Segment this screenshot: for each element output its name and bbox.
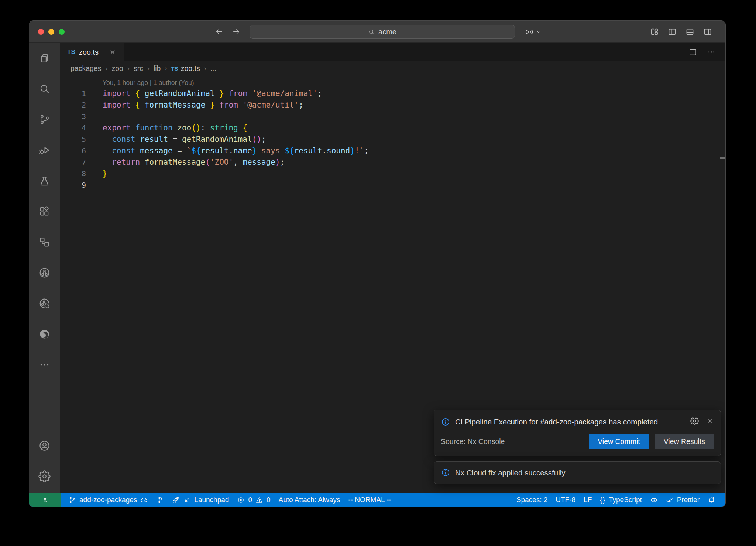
notification-toast-ci-pipeline: CI Pipeline Execution for #add-zoo-packa…	[434, 410, 721, 456]
titlebar: acme	[29, 21, 725, 43]
activity-run-debug-icon[interactable]	[29, 135, 60, 165]
tab-close-icon[interactable]	[109, 48, 116, 56]
more-actions-icon[interactable]	[707, 48, 716, 57]
activity-testing-beaker-icon[interactable]	[29, 165, 60, 196]
error-circle-icon	[237, 496, 245, 504]
status-label: Launchpad	[194, 496, 229, 504]
status-formatter[interactable]: Prettier	[662, 493, 704, 507]
breadcrumb-item-ellipsis[interactable]: ...	[210, 64, 216, 73]
code-line-1[interactable]: 1import { getRandomAnimal } from '@acme/…	[60, 88, 725, 99]
remote-indicator[interactable]	[29, 493, 61, 507]
code-line-4[interactable]: 4export function zoo(): string {	[60, 122, 725, 134]
breadcrumb-separator: ›	[147, 65, 150, 72]
code-text: }	[103, 168, 725, 180]
status-git-branch[interactable]: add-zoo-packages	[64, 493, 152, 507]
activity-bar	[29, 43, 60, 493]
activity-gear-icon[interactable]	[29, 461, 60, 492]
toggle-panel-icon[interactable]	[685, 27, 694, 36]
code-line-5[interactable]: 5 const result = getRandomAnimal();	[60, 134, 725, 145]
notification-toast-nx-cloud: Nx Cloud fix applied successfully	[434, 461, 721, 484]
activity-source-control-icon[interactable]	[29, 104, 60, 135]
code-line-6[interactable]: 6 const message = `${result.name} says $…	[60, 145, 725, 157]
activity-search-icon[interactable]	[29, 74, 60, 104]
status-vim-mode[interactable]: -- NORMAL --	[344, 493, 395, 507]
breadcrumb-item-lib[interactable]: lib	[154, 64, 161, 73]
double-check-icon	[666, 496, 674, 504]
activity-files-icon[interactable]	[29, 43, 60, 74]
activity-more-ellipsis-icon[interactable]	[29, 349, 60, 380]
activity-edge-browser-icon[interactable]	[29, 319, 60, 349]
split-editor-icon[interactable]	[688, 48, 697, 57]
breadcrumb-item-zoo[interactable]: zoo	[111, 64, 123, 73]
status-problems[interactable]: 00	[233, 493, 274, 507]
view-commit-button[interactable]: View Commit	[589, 434, 649, 449]
tab-label: zoo.ts	[79, 48, 99, 57]
status-nx-launchpad[interactable]: Launchpad	[168, 493, 233, 507]
info-icon	[441, 417, 450, 427]
cloud-upload-icon	[140, 496, 148, 504]
view-results-button[interactable]: View Results	[655, 434, 714, 449]
breadcrumb-item-src[interactable]: src	[134, 64, 143, 73]
plug-icon	[183, 496, 191, 504]
breadcrumb: packages›zoo›src›lib›TSzoo.ts›...	[60, 61, 725, 75]
typescript-file-icon: TS	[67, 48, 75, 56]
activity-nx-console-icon[interactable]	[29, 257, 60, 288]
tab-zoo-ts[interactable]: TS zoo.ts	[60, 43, 124, 61]
status-label: Prettier	[677, 496, 700, 504]
git-blame-annotation: You, 1 hour ago | 1 author (You)	[60, 78, 725, 88]
status-indentation[interactable]: Spaces: 2	[512, 493, 552, 507]
code-text: export function zoo(): string {	[103, 122, 725, 134]
activity-remote-explorer-icon[interactable]	[29, 227, 60, 257]
git-branch-icon	[68, 496, 76, 504]
command-center-search[interactable]: acme	[250, 25, 515, 39]
status-label: {}	[600, 496, 605, 504]
zoom-window-button[interactable]	[59, 29, 65, 35]
status-source-control-graph[interactable]	[152, 493, 168, 507]
chevron-down-icon	[536, 29, 542, 35]
code-text: const result = getRandomAnimal();	[103, 134, 725, 145]
line-number: 6	[60, 145, 103, 157]
notification-center: CI Pipeline Execution for #add-zoo-packa…	[434, 410, 721, 484]
code-text: import { getRandomAnimal } from '@acme/a…	[103, 88, 725, 99]
info-icon	[441, 468, 450, 477]
commit-graph-icon	[156, 496, 164, 504]
status-copilot[interactable]	[646, 493, 662, 507]
status-eol[interactable]: LF	[580, 493, 596, 507]
minimize-window-button[interactable]	[48, 29, 54, 35]
activity-account-icon[interactable]	[29, 430, 60, 461]
code-line-2[interactable]: 2import { formatMessage } from '@acme/ut…	[60, 99, 725, 111]
code-line-3[interactable]: 3	[60, 111, 725, 122]
forward-icon[interactable]	[232, 27, 241, 36]
typescript-file-icon: TS	[171, 65, 178, 72]
status-label: 0	[267, 496, 271, 504]
activity-extensions-icon[interactable]	[29, 196, 60, 227]
breadcrumb-item-zoo-ts[interactable]: TSzoo.ts	[171, 64, 200, 73]
notification-close-icon[interactable]	[705, 417, 714, 425]
close-window-button[interactable]	[38, 29, 44, 35]
status-label: Auto Attach: Always	[279, 496, 340, 504]
toggle-secondary-sidebar-icon[interactable]	[703, 27, 712, 36]
notification-source: Source: Nx Console	[441, 437, 505, 446]
code-text	[103, 111, 725, 122]
code-line-8[interactable]: 8}	[60, 168, 725, 180]
line-number: 2	[60, 99, 103, 111]
back-icon[interactable]	[215, 27, 223, 36]
status-language[interactable]: {}TypeScript	[596, 493, 646, 507]
code-line-9[interactable]: 9	[60, 180, 725, 191]
code-line-7[interactable]: 7 return formatMessage('ZOO', message);	[60, 157, 725, 168]
code-text: import { formatMessage } from '@acme/uti…	[103, 99, 725, 111]
copilot-menu[interactable]	[525, 27, 542, 37]
toggle-primary-sidebar-icon[interactable]	[668, 27, 677, 36]
notification-settings-icon[interactable]	[690, 417, 699, 425]
status-label: 0	[248, 496, 252, 504]
activity-nx-graph-search-icon[interactable]	[29, 288, 60, 319]
status-encoding[interactable]: UTF-8	[551, 493, 580, 507]
indent-guide	[103, 134, 103, 168]
customize-layout-icon[interactable]	[650, 27, 659, 36]
status-auto-attach[interactable]: Auto Attach: Always	[275, 493, 344, 507]
breadcrumb-item-packages[interactable]: packages	[71, 64, 101, 73]
line-number: 8	[60, 168, 103, 180]
copilot-icon	[525, 27, 534, 37]
status-label: TypeScript	[609, 496, 642, 504]
status-notifications-bell[interactable]	[704, 493, 719, 507]
